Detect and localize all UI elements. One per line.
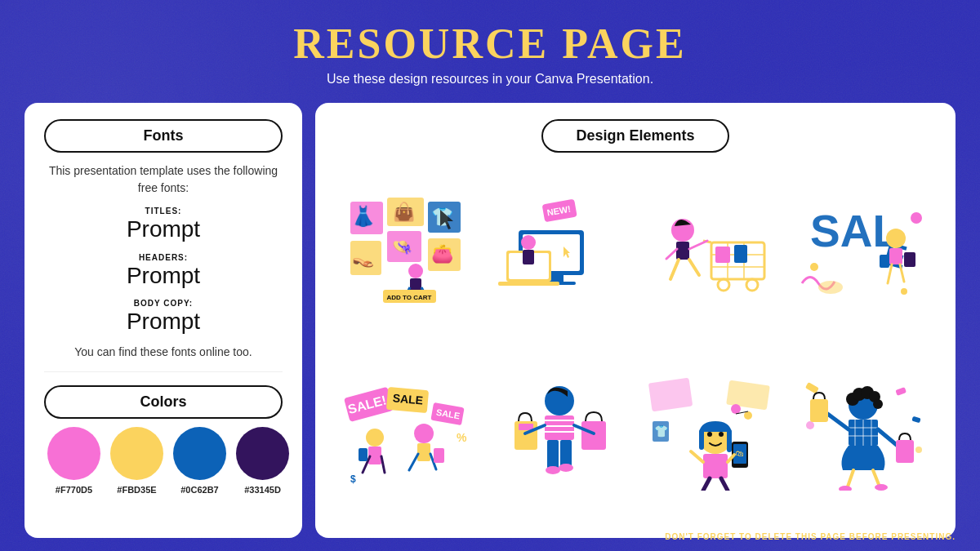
illustration-7: 👕 bbox=[639, 345, 784, 522]
svg-rect-133 bbox=[810, 399, 828, 422]
color-item-yellow: #FBD35E bbox=[110, 427, 163, 495]
color-swatches: #F770D5 #FBD35E #0C62B7 #33145D bbox=[44, 427, 283, 495]
illustration-2: NEW! bbox=[487, 162, 632, 339]
font-label-body: BODY COPY: bbox=[44, 299, 283, 308]
svg-rect-55 bbox=[904, 252, 915, 267]
font-sample-titles: Prompt bbox=[44, 216, 283, 243]
font-entry-body: BODY COPY: Prompt bbox=[44, 299, 283, 335]
design-elements-header-wrap: Design Elements bbox=[335, 119, 936, 153]
illustration-6 bbox=[487, 345, 632, 522]
svg-text:🛍: 🛍 bbox=[736, 449, 744, 458]
color-circle-yellow bbox=[110, 427, 163, 480]
illustrations-grid: 👗 👜 👕 👡 👒 👛 bbox=[335, 162, 936, 522]
svg-point-70 bbox=[414, 424, 434, 443]
svg-text:👜: 👜 bbox=[393, 201, 416, 223]
color-hex-yellow: #FBD35E bbox=[117, 485, 156, 495]
svg-line-68 bbox=[381, 456, 385, 473]
colors-header: Colors bbox=[44, 385, 283, 419]
svg-line-109 bbox=[703, 478, 710, 491]
svg-point-51 bbox=[901, 288, 907, 295]
svg-line-72 bbox=[409, 454, 418, 470]
color-item-purple: #33145D bbox=[236, 427, 289, 495]
svg-point-28 bbox=[521, 235, 536, 250]
svg-rect-103 bbox=[703, 454, 728, 478]
svg-rect-91 bbox=[648, 378, 693, 412]
svg-line-110 bbox=[721, 478, 728, 491]
svg-point-58 bbox=[818, 281, 843, 294]
color-circle-purple bbox=[236, 427, 289, 480]
color-circle-pink bbox=[47, 427, 100, 480]
svg-rect-102 bbox=[727, 429, 732, 452]
font-sample-body: Prompt bbox=[44, 308, 283, 335]
svg-rect-40 bbox=[676, 242, 689, 260]
svg-point-100 bbox=[719, 432, 724, 437]
font-entry-headers: HEADERS: Prompt bbox=[44, 253, 283, 290]
page-subtitle: Use these design resources in your Canva… bbox=[327, 72, 653, 87]
svg-point-85 bbox=[559, 464, 573, 472]
illustration-3 bbox=[639, 162, 784, 339]
illustration-4: SAL E bbox=[791, 162, 936, 339]
svg-point-121 bbox=[873, 399, 883, 409]
svg-line-43 bbox=[666, 249, 677, 259]
svg-rect-27 bbox=[498, 282, 559, 286]
svg-line-108 bbox=[691, 451, 703, 462]
svg-point-50 bbox=[911, 212, 922, 224]
font-entry-titles: TITLES: Prompt bbox=[44, 207, 283, 243]
color-circle-blue bbox=[173, 427, 226, 480]
svg-point-84 bbox=[546, 466, 560, 474]
svg-rect-135 bbox=[896, 440, 914, 463]
color-hex-blue: #0C62B7 bbox=[180, 485, 218, 495]
svg-point-37 bbox=[746, 279, 758, 291]
illustration-8 bbox=[791, 345, 936, 522]
fonts-note: You can find these fonts online too. bbox=[44, 345, 283, 358]
svg-line-41 bbox=[670, 260, 679, 279]
font-sample-headers: Prompt bbox=[44, 262, 283, 290]
svg-rect-53 bbox=[889, 248, 902, 264]
illustration-1: 👗 👜 👕 👡 👒 👛 bbox=[335, 162, 480, 339]
svg-rect-45 bbox=[715, 247, 730, 263]
svg-text:👗: 👗 bbox=[351, 204, 376, 228]
left-panel: Fonts This presentation template uses th… bbox=[24, 103, 302, 538]
page-wrapper: RESOURCE PAGE Use these design resources… bbox=[0, 0, 980, 551]
svg-line-134 bbox=[878, 429, 898, 446]
svg-rect-82 bbox=[547, 440, 559, 469]
svg-point-65 bbox=[366, 429, 384, 447]
svg-rect-54 bbox=[880, 255, 889, 268]
svg-text:👡: 👡 bbox=[352, 247, 375, 269]
fonts-description: This presentation template uses the foll… bbox=[44, 162, 283, 197]
footer-note: DON'T FORGET TO DELETE THIS PAGE BEFORE … bbox=[665, 532, 956, 541]
svg-line-129 bbox=[873, 470, 880, 487]
colors-section: Colors #F770D5 #FBD35E #0C62B7 bbox=[44, 385, 283, 495]
svg-rect-69 bbox=[359, 448, 368, 461]
svg-line-132 bbox=[826, 413, 849, 429]
svg-line-42 bbox=[689, 260, 699, 275]
color-hex-purple: #33145D bbox=[244, 485, 281, 495]
svg-rect-29 bbox=[523, 250, 534, 264]
color-item-pink: #F770D5 bbox=[47, 427, 100, 495]
fonts-header: Fonts bbox=[44, 119, 283, 153]
svg-rect-71 bbox=[417, 443, 430, 461]
svg-rect-113 bbox=[911, 416, 920, 423]
svg-line-44 bbox=[689, 241, 707, 249]
design-elements-header: Design Elements bbox=[541, 119, 728, 153]
svg-rect-112 bbox=[895, 387, 906, 396]
svg-point-49 bbox=[810, 263, 818, 271]
svg-rect-46 bbox=[734, 245, 747, 263]
font-label-headers: HEADERS: bbox=[44, 253, 283, 262]
main-content: Fonts This presentation template uses th… bbox=[24, 103, 956, 538]
svg-point-130 bbox=[839, 486, 852, 491]
svg-text:ADD TO CART: ADD TO CART bbox=[387, 294, 432, 301]
illustration-5: SALE! SALE SALE bbox=[335, 345, 480, 522]
svg-point-99 bbox=[707, 432, 712, 437]
svg-rect-78 bbox=[545, 415, 574, 440]
svg-text:👕: 👕 bbox=[654, 424, 669, 438]
svg-point-96 bbox=[744, 411, 752, 420]
svg-point-12 bbox=[408, 264, 423, 278]
color-item-blue: #0C62B7 bbox=[173, 427, 226, 495]
svg-rect-101 bbox=[699, 429, 704, 450]
font-label-titles: TITLES: bbox=[44, 207, 283, 216]
svg-point-115 bbox=[915, 447, 922, 453]
svg-text:👛: 👛 bbox=[431, 242, 454, 264]
svg-text:%: % bbox=[457, 431, 467, 444]
svg-point-52 bbox=[886, 229, 906, 248]
